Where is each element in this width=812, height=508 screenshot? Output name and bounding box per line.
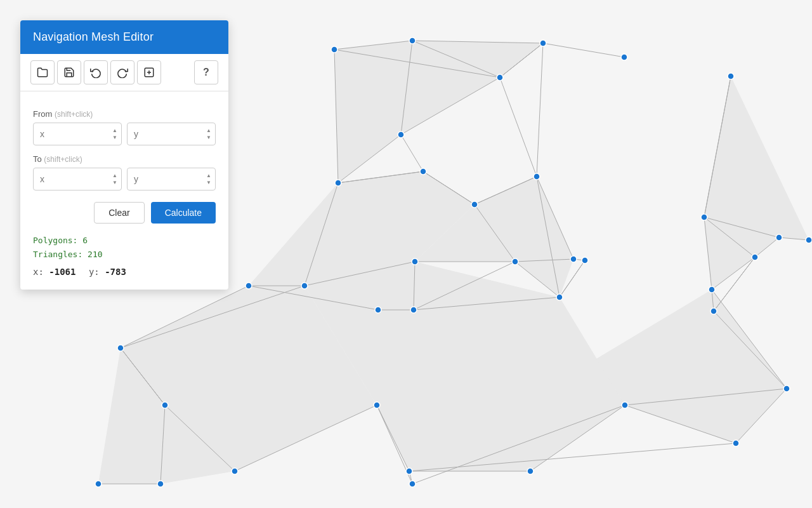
- to-x-input[interactable]: [33, 168, 122, 190]
- polygons-stat: Polygons: 6: [33, 234, 216, 248]
- panel-header: Navigation Mesh Editor: [20, 20, 228, 54]
- to-label-text: To: [33, 154, 42, 164]
- svg-point-89: [301, 283, 308, 289]
- to-x-down[interactable]: ▼: [110, 180, 119, 186]
- to-y-input[interactable]: [127, 168, 216, 190]
- from-x-down[interactable]: ▼: [110, 135, 119, 141]
- polygons-label: Polygons:: [33, 236, 77, 245]
- svg-point-86: [570, 256, 577, 262]
- svg-point-100: [728, 73, 734, 79]
- add-polygon-button[interactable]: [137, 60, 161, 84]
- svg-point-83: [420, 168, 426, 175]
- from-coords-row: ▲ ▼ ▲ ▼: [33, 123, 216, 145]
- toolbar: ?: [20, 54, 228, 91]
- svg-point-110: [117, 345, 124, 351]
- svg-line-11: [543, 43, 624, 57]
- svg-point-93: [556, 294, 563, 300]
- from-x-spinners: ▲ ▼: [110, 128, 119, 141]
- panel: Navigation Mesh Editor: [20, 20, 228, 290]
- y-coord-label: y:: [89, 267, 100, 277]
- svg-point-84: [471, 201, 478, 208]
- open-button[interactable]: [30, 60, 55, 84]
- svg-point-96: [709, 286, 715, 293]
- svg-point-112: [157, 481, 164, 487]
- from-y-down[interactable]: ▼: [204, 135, 213, 141]
- to-y-spinners: ▲ ▼: [204, 173, 213, 186]
- stats-section: Polygons: 6 Triangles: 210: [33, 234, 216, 262]
- x-coord-label: x:: [33, 267, 44, 277]
- from-x-input[interactable]: [33, 123, 122, 145]
- triangles-stat: Triangles: 210: [33, 248, 216, 262]
- svg-point-80: [497, 74, 503, 81]
- svg-point-94: [582, 257, 588, 264]
- from-y-up[interactable]: ▲: [204, 128, 213, 134]
- to-x-up[interactable]: ▲: [110, 173, 119, 179]
- to-x-spinners: ▲ ▼: [110, 173, 119, 186]
- svg-point-90: [246, 283, 252, 289]
- panel-title: Navigation Mesh Editor: [33, 30, 154, 43]
- svg-point-98: [776, 234, 782, 241]
- svg-point-108: [232, 468, 238, 474]
- svg-line-15: [401, 135, 423, 171]
- panel-body: From (shift+click) ▲ ▼ ▲ ▼ To (shi: [20, 91, 228, 290]
- from-label-text: From: [33, 109, 52, 119]
- x-coord-value: -1061: [49, 267, 75, 277]
- to-hint: (shift+click): [44, 155, 82, 164]
- svg-point-81: [398, 131, 404, 138]
- svg-line-62: [537, 43, 543, 177]
- redo-button[interactable]: [110, 60, 134, 84]
- svg-line-18: [500, 77, 537, 177]
- from-y-spinners: ▲ ▼: [204, 128, 213, 141]
- polygons-value: 6: [82, 236, 88, 245]
- svg-point-92: [410, 307, 417, 313]
- to-coords-row: ▲ ▼ ▲ ▼: [33, 168, 216, 190]
- from-y-wrap: ▲ ▼: [127, 123, 216, 145]
- clear-button[interactable]: Clear: [94, 202, 144, 224]
- svg-point-103: [733, 440, 739, 446]
- from-label: From (shift+click): [33, 109, 216, 119]
- svg-point-102: [783, 385, 790, 392]
- svg-point-104: [622, 402, 628, 408]
- svg-point-77: [409, 37, 416, 44]
- svg-point-95: [701, 214, 707, 220]
- svg-point-82: [335, 180, 341, 186]
- from-hint: (shift+click): [55, 110, 93, 119]
- coords-display: x: -1061 y: -783: [33, 267, 216, 277]
- calculate-button[interactable]: Calculate: [151, 202, 216, 224]
- to-y-up[interactable]: ▲: [204, 173, 213, 179]
- svg-point-101: [710, 308, 717, 314]
- from-x-up[interactable]: ▲: [110, 128, 119, 134]
- to-x-wrap: ▲ ▼: [33, 168, 122, 190]
- action-row: Clear Calculate: [33, 202, 216, 224]
- to-label: To (shift+click): [33, 154, 216, 164]
- triangles-value: 210: [88, 250, 102, 259]
- undo-button[interactable]: [84, 60, 108, 84]
- from-x-wrap: ▲ ▼: [33, 123, 122, 145]
- svg-point-106: [406, 468, 412, 474]
- svg-point-88: [412, 258, 418, 265]
- from-y-input[interactable]: [127, 123, 216, 145]
- y-coord-value: -783: [105, 267, 126, 277]
- svg-point-85: [534, 173, 540, 180]
- svg-point-109: [162, 402, 168, 408]
- save-button[interactable]: [57, 60, 81, 84]
- svg-point-107: [374, 402, 380, 408]
- svg-point-87: [512, 258, 518, 265]
- help-button[interactable]: ?: [194, 60, 218, 84]
- svg-point-91: [375, 307, 381, 313]
- svg-point-97: [752, 254, 758, 260]
- to-y-down[interactable]: ▼: [204, 180, 213, 186]
- svg-point-113: [409, 481, 416, 487]
- svg-point-105: [527, 468, 534, 474]
- svg-point-79: [621, 54, 627, 60]
- svg-point-111: [95, 481, 102, 487]
- svg-point-78: [540, 40, 546, 46]
- to-y-wrap: ▲ ▼: [127, 168, 216, 190]
- svg-point-76: [331, 46, 337, 53]
- svg-point-99: [806, 237, 812, 243]
- triangles-label: Triangles:: [33, 250, 82, 259]
